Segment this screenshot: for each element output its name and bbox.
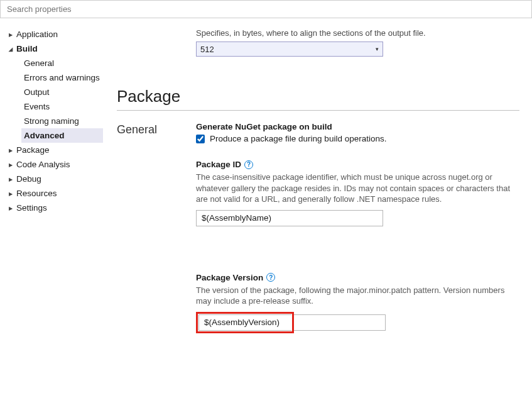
chevron-right-icon (9, 175, 16, 182)
generate-package-label: Generate NuGet package on build (196, 122, 519, 131)
sidebar-label: Settings (16, 203, 47, 213)
sidebar-item-debug[interactable]: Debug (9, 172, 103, 186)
sidebar-label: Resources (16, 189, 57, 198)
help-icon[interactable]: ? (244, 160, 253, 169)
sidebar-label: Build (16, 44, 38, 53)
package-id-label: Package ID (196, 160, 241, 169)
search-input[interactable] (0, 0, 532, 18)
package-version-input[interactable] (198, 314, 291, 331)
package-version-label: Package Version (196, 273, 263, 282)
sidebar-item-build[interactable]: Build (9, 42, 103, 56)
sidebar-item-package[interactable]: Package (9, 143, 103, 157)
chevron-down-icon (9, 45, 16, 52)
content-pane: Specifies, in bytes, where to align the … (107, 18, 532, 391)
sidebar-item-code-analysis[interactable]: Code Analysis (9, 157, 103, 172)
chevron-right-icon (9, 147, 16, 153)
package-id-input[interactable] (196, 210, 383, 226)
dropdown-value: 512 (200, 45, 214, 54)
package-id-description: The case-insensitive package identifier,… (196, 172, 516, 205)
section-title-package: Package (117, 87, 519, 106)
chevron-right-icon (9, 31, 16, 38)
divider (117, 110, 519, 111)
input-extension[interactable] (294, 314, 386, 331)
sidebar-item-settings[interactable]: Settings (9, 201, 103, 215)
alignment-description: Specifies, in bytes, where to align the … (196, 28, 519, 38)
sidebar-item-build-events[interactable]: Events (21, 99, 103, 114)
checkbox-label: Produce a package file during build oper… (210, 134, 386, 143)
help-icon[interactable]: ? (266, 273, 275, 282)
sidebar-item-build-general[interactable]: General (21, 56, 103, 70)
chevron-right-icon (9, 161, 16, 168)
produce-package-checkbox[interactable]: Produce a package file during build oper… (196, 134, 519, 143)
sidebar-label: Debug (16, 174, 41, 184)
sidebar-item-resources[interactable]: Resources (9, 186, 103, 201)
sidebar-item-build-advanced[interactable]: Advanced (21, 128, 103, 143)
sidebar-label: Package (16, 145, 50, 155)
sidebar: Application Build General Errors and war… (0, 18, 107, 391)
chevron-right-icon (9, 204, 16, 211)
sidebar-label: Application (16, 30, 58, 39)
alignment-dropdown[interactable]: 512 ▾ (196, 42, 383, 57)
produce-package-checkbox-input[interactable] (196, 135, 205, 143)
sidebar-item-build-strongnaming[interactable]: Strong naming (21, 114, 103, 128)
package-version-description: The version of the package, following th… (196, 285, 516, 307)
chevron-right-icon (9, 190, 16, 197)
sidebar-item-build-errors[interactable]: Errors and warnings (21, 70, 103, 85)
sidebar-label: Code Analysis (16, 160, 70, 169)
sidebar-item-application[interactable]: Application (9, 27, 103, 42)
highlight-annotation (196, 312, 294, 333)
subsection-general: General (117, 122, 196, 350)
sidebar-item-build-output[interactable]: Output (21, 85, 103, 99)
chevron-down-icon: ▾ (376, 46, 379, 52)
